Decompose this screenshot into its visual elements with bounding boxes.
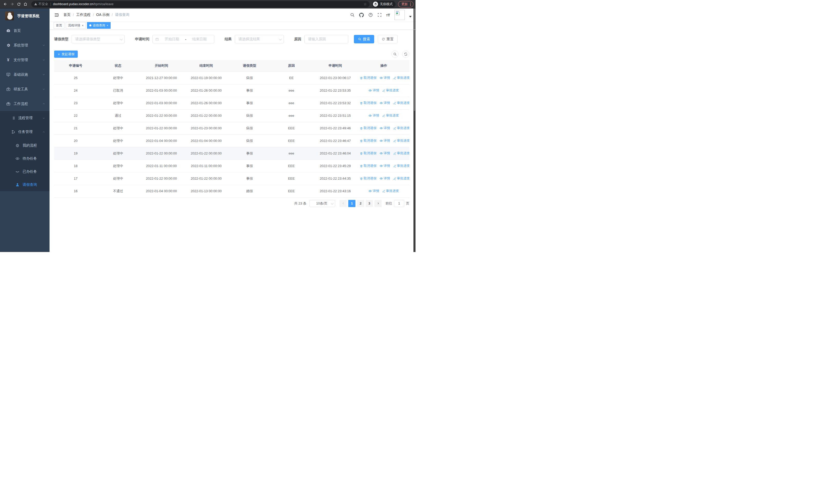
table-row: 18处理中2022-01-11 00:00:002022-01-11 00:00… (54, 159, 409, 172)
table-body: 25处理中2021-12-27 00:00:002022-01-19 00:00… (54, 71, 409, 197)
font-size-icon[interactable]: TT (386, 13, 390, 17)
bookmark-star-icon[interactable]: ☆ (364, 2, 367, 6)
browser-menu-icon[interactable] (410, 3, 411, 6)
next-page-button[interactable] (374, 200, 382, 207)
refresh-icon (382, 37, 385, 41)
not-secure-warning[interactable]: 不安全 (34, 2, 48, 6)
action-detail-link[interactable]: 详情 (379, 139, 390, 143)
browser-home-button[interactable] (22, 1, 29, 7)
help-icon[interactable] (368, 12, 373, 17)
apply-time-range-picker[interactable]: 开始日期 - 结束日期 (152, 35, 214, 43)
page-button-3[interactable]: 3 (366, 200, 373, 207)
chevron-down-icon (42, 59, 45, 61)
tab-leave-query[interactable]: 请假查询 × (87, 22, 110, 29)
sidebar-item-label: 基础设施 (13, 72, 28, 77)
sidebar-item-process-mgmt[interactable]: 流程管理 (0, 111, 50, 125)
action-progress-link[interactable]: 审批进度 (393, 176, 409, 181)
browser-update-button[interactable]: 更新 (398, 1, 413, 7)
sidebar-item-task-mgmt[interactable]: 任务管理 (0, 125, 50, 139)
leave-table: 申请编号 状态 开始时间 结束时间 请假类型 原因 申请时间 操作 25处理中2… (54, 60, 409, 198)
chevron-down-icon (42, 117, 45, 120)
action-progress-link[interactable]: 审批进度 (393, 76, 409, 80)
goto-unit: 页 (406, 201, 409, 206)
action-detail-link[interactable]: 详情 (379, 176, 390, 181)
github-icon[interactable] (359, 12, 364, 18)
action-progress-link[interactable]: 审批进度 (393, 164, 409, 168)
tab-process-detail[interactable]: 流程详情 × (66, 22, 86, 29)
cell-actions: 详情审批进度 (358, 109, 409, 122)
page-button-1[interactable]: 1 (348, 200, 355, 207)
tab-home[interactable]: 首页 (54, 22, 64, 29)
dashboard-icon (6, 28, 10, 33)
fullscreen-icon[interactable] (377, 12, 382, 17)
breadcrumb-workflow[interactable]: 工作流程 (76, 12, 91, 17)
action-detail-link[interactable]: 详情 (379, 101, 390, 105)
create-leave-button[interactable]: 发起请假 (54, 51, 78, 58)
url-bar[interactable]: 不安全 dashboard.yudao.iocoder.cn/bpm/oa/le… (31, 1, 370, 7)
action-cancel-link[interactable]: 取消请假 (360, 176, 376, 181)
action-cancel-link[interactable]: 取消请假 (360, 164, 376, 168)
sidebar-item-devtools[interactable]: 研发工具 (0, 82, 50, 96)
action-cancel-link[interactable]: 取消请假 (360, 101, 376, 105)
workflow-submenu: 流程管理 任务管理 我的流程 待办任务 (0, 111, 50, 191)
list-icon (11, 116, 16, 120)
avatar-caret-icon[interactable] (409, 16, 412, 18)
action-detail-link[interactable]: 详情 (369, 88, 379, 93)
cell-id: 24 (54, 84, 97, 97)
browser-forward-button[interactable] (9, 1, 16, 7)
action-progress-link[interactable]: 审批进度 (393, 126, 409, 130)
sidebar-item-workflow[interactable]: 工作流程 (0, 96, 50, 111)
page-button-2[interactable]: 2 (357, 200, 364, 207)
reason-input[interactable]: 请输入原因 (305, 35, 348, 43)
close-icon[interactable]: × (82, 24, 83, 27)
browser-reload-button[interactable] (16, 1, 22, 7)
cell-status: 通过 (97, 109, 139, 122)
sidebar-item-todo-tasks[interactable]: 待办任务 (0, 152, 50, 165)
reset-button[interactable]: 重置 (378, 35, 398, 43)
action-progress-link[interactable]: 审批进度 (382, 189, 399, 193)
cell-reason: EEE (270, 172, 312, 185)
search-button[interactable]: 搜索 (354, 35, 374, 43)
logo[interactable]: 芋道管理系统 (0, 8, 50, 23)
leave-type-select[interactable]: 请选择请假类型 (71, 35, 125, 43)
sidebar-item-leave-query[interactable]: 请假查询 (0, 178, 50, 191)
breadcrumb-home[interactable]: 首页 (63, 12, 70, 17)
action-cancel-link[interactable]: 取消请假 (360, 151, 376, 155)
sidebar-item-system[interactable]: 系统管理 (0, 38, 50, 53)
sidebar-item-home[interactable]: 首页 (0, 23, 50, 38)
action-detail-link[interactable]: 详情 (379, 151, 390, 155)
action-detail-link[interactable]: 详情 (369, 189, 379, 193)
action-progress-link[interactable]: 审批进度 (382, 113, 399, 118)
action-detail-link[interactable]: 详情 (379, 126, 390, 130)
browser-scrollbar[interactable] (413, 8, 416, 252)
page-size-select[interactable]: 10条/页 (310, 200, 335, 207)
user-avatar[interactable] (395, 10, 405, 20)
action-detail-link[interactable]: 详情 (379, 76, 390, 80)
table-row: 17处理中2022-01-22 00:00:002022-01-22 00:00… (54, 172, 409, 185)
prev-page-button[interactable] (340, 200, 347, 207)
sidebar-collapse-icon[interactable] (54, 12, 59, 18)
action-detail-link[interactable]: 详情 (369, 113, 379, 118)
sidebar-item-infra[interactable]: 基础设施 (0, 67, 50, 82)
sidebar-item-my-process[interactable]: 我的流程 (0, 139, 50, 152)
sidebar-item-done-tasks[interactable]: 已办任务 (0, 165, 50, 178)
action-progress-link[interactable]: 审批进度 (393, 151, 409, 155)
result-select[interactable]: 请选择流结果 (235, 35, 284, 43)
search-icon[interactable] (350, 12, 355, 17)
action-progress-link[interactable]: 审批进度 (393, 139, 409, 143)
action-progress-link[interactable]: 审批进度 (382, 88, 399, 93)
breadcrumb-oa[interactable]: OA 示例 (96, 12, 109, 17)
refresh-table-button[interactable] (402, 51, 409, 58)
toggle-search-button[interactable] (391, 51, 399, 58)
close-icon[interactable]: × (107, 24, 108, 27)
action-detail-link[interactable]: 详情 (379, 164, 390, 168)
goto-page-input[interactable]: 1 (394, 200, 404, 207)
action-cancel-link[interactable]: 取消请假 (360, 76, 376, 80)
action-cancel-link[interactable]: 取消请假 (360, 139, 376, 143)
action-cancel-link[interactable]: 取消请假 (360, 126, 376, 130)
sidebar-item-payment[interactable]: ¥ 支付管理 (0, 53, 50, 67)
browser-back-button[interactable] (2, 1, 9, 7)
edit-icon (393, 152, 396, 155)
edit-icon (393, 101, 396, 105)
action-progress-link[interactable]: 审批进度 (393, 101, 409, 105)
